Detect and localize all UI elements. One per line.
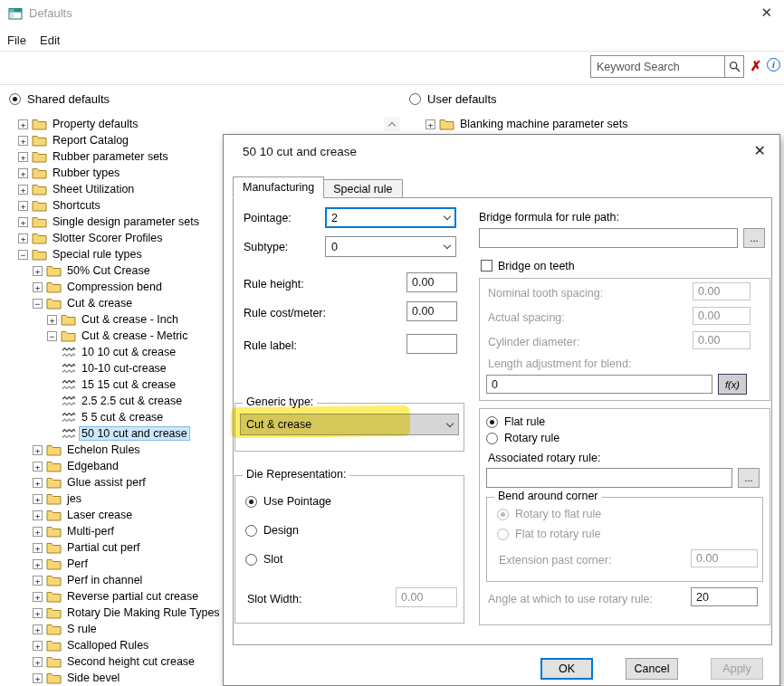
expand-icon[interactable]: + (33, 657, 43, 667)
rotary-rule-option[interactable]: Rotary rule (486, 432, 559, 444)
expand-icon[interactable]: + (33, 494, 43, 504)
tree-item-label: Reverse partial cut crease (65, 590, 200, 603)
tree-item-label: Echelon Rules (65, 443, 142, 456)
cylinder-diameter-input (693, 331, 751, 349)
window-close-icon[interactable]: ✕ (760, 5, 772, 21)
bend-around-corner-label: Bend around corner (494, 490, 602, 502)
pointage-label: Pointage: (244, 212, 292, 224)
user-defaults-radio[interactable] (409, 93, 421, 105)
user-defaults-label: User defaults (427, 92, 497, 106)
folder-icon (32, 200, 47, 212)
associated-rule-browse-button[interactable]: ... (738, 468, 760, 488)
shared-defaults-option[interactable]: Shared defaults (9, 92, 110, 106)
collapse-icon[interactable]: − (18, 250, 28, 260)
angle-rotary-rule-label: Angle at which to use rotary rule: (488, 593, 653, 605)
expand-icon[interactable]: + (33, 527, 43, 537)
search-button[interactable] (724, 55, 744, 78)
folder-icon (46, 265, 62, 277)
generic-type-dropdown[interactable]: Cut & crease (240, 414, 459, 435)
chevron-down-icon (444, 213, 451, 220)
folder-icon (46, 607, 62, 619)
folder-icon (46, 656, 62, 668)
bridge-formula-input[interactable] (479, 228, 738, 248)
tab-special-rule[interactable]: Special rule (324, 179, 402, 198)
expand-icon[interactable]: + (33, 673, 43, 683)
dialog-close-icon[interactable]: ✕ (754, 142, 766, 159)
tree-item-label: 10-10 cut-crease (80, 362, 168, 375)
rule-label-input[interactable] (406, 334, 457, 354)
pointage-dropdown[interactable]: 2 (325, 207, 456, 228)
folder-icon (46, 281, 62, 293)
flat-rule-option[interactable]: Flat rule (486, 415, 545, 428)
slot-radio[interactable] (245, 554, 257, 566)
associated-rotary-rule-input[interactable] (486, 468, 732, 488)
shared-defaults-radio[interactable] (9, 93, 21, 105)
formula-fx-button[interactable]: f(x) (718, 374, 747, 395)
design-option[interactable]: Design (245, 524, 299, 537)
expand-icon[interactable]: + (33, 266, 43, 276)
expand-icon[interactable]: + (33, 559, 43, 569)
expand-icon[interactable]: + (18, 233, 28, 243)
rule-cost-input[interactable] (406, 301, 457, 321)
expand-icon[interactable]: + (33, 624, 43, 634)
expand-icon[interactable]: + (33, 592, 43, 602)
expand-icon[interactable]: + (18, 136, 28, 146)
use-pointage-option[interactable]: Use Pointage (245, 495, 331, 508)
expand-icon[interactable]: + (18, 119, 28, 129)
cancel-button[interactable]: Cancel (626, 658, 678, 680)
tree-item[interactable]: +Blanking machine parameter sets (407, 116, 784, 132)
dialog-tabs: Manufacturing Special rule (233, 176, 403, 198)
scroll-up-button[interactable] (384, 117, 399, 131)
tree-item-label: Single design parameter sets (51, 215, 201, 228)
collapse-icon[interactable]: − (47, 331, 57, 341)
info-icon[interactable]: i (767, 58, 780, 71)
folder-icon (46, 558, 62, 570)
menu-edit[interactable]: Edit (34, 32, 65, 49)
expand-icon[interactable]: + (33, 478, 43, 488)
expand-icon[interactable]: + (33, 608, 43, 618)
expand-icon[interactable]: + (33, 282, 43, 292)
expand-icon[interactable]: + (18, 168, 28, 178)
rule-height-input[interactable] (406, 272, 457, 292)
apply-button: Apply (711, 658, 763, 680)
bridge-formula-browse-button[interactable]: ... (743, 228, 765, 248)
expand-icon[interactable]: + (18, 217, 28, 227)
expand-icon[interactable]: + (33, 462, 43, 472)
tree-item[interactable]: +Property defaults (0, 116, 404, 132)
expand-icon[interactable]: + (33, 510, 43, 520)
expand-icon[interactable]: + (33, 641, 43, 651)
user-defaults-option[interactable]: User defaults (409, 92, 497, 106)
use-pointage-radio[interactable] (245, 496, 257, 508)
folder-icon (46, 591, 62, 603)
flat-rule-radio[interactable] (486, 416, 498, 428)
expand-icon[interactable]: + (18, 152, 28, 162)
clear-search-icon[interactable]: ✗ (748, 56, 764, 76)
collapse-icon[interactable]: − (33, 299, 43, 309)
folder-icon (32, 233, 47, 244)
design-radio[interactable] (245, 525, 257, 537)
tab-manufacturing[interactable]: Manufacturing (233, 176, 324, 198)
menu-file[interactable]: File (2, 32, 32, 49)
bridge-on-teeth-checkbox[interactable] (481, 260, 492, 272)
length-adjustment-input[interactable] (486, 375, 712, 394)
ok-button[interactable]: OK (540, 658, 593, 680)
expand-icon[interactable]: + (18, 201, 28, 211)
rotary-rule-radio[interactable] (486, 433, 498, 444)
search-input[interactable] (590, 55, 725, 78)
angle-rotary-rule-input[interactable] (691, 587, 758, 606)
rotary-rule-label: Rotary rule (504, 432, 559, 444)
tree-item-label: Compression bend (65, 281, 164, 293)
expand-icon[interactable]: + (425, 119, 435, 129)
expand-icon[interactable]: + (33, 543, 43, 553)
rule-icon (62, 363, 76, 375)
slot-width-input (396, 587, 457, 607)
expand-icon[interactable]: + (33, 576, 43, 586)
subtype-dropdown[interactable]: 0 (325, 236, 456, 257)
use-pointage-label: Use Pointage (263, 495, 331, 508)
expand-icon[interactable]: + (33, 445, 43, 455)
folder-icon (61, 314, 76, 326)
expand-icon[interactable]: + (18, 185, 28, 195)
expand-icon[interactable]: + (47, 315, 57, 325)
slot-option[interactable]: Slot (245, 553, 283, 566)
rule-height-label: Rule height: (244, 278, 304, 291)
